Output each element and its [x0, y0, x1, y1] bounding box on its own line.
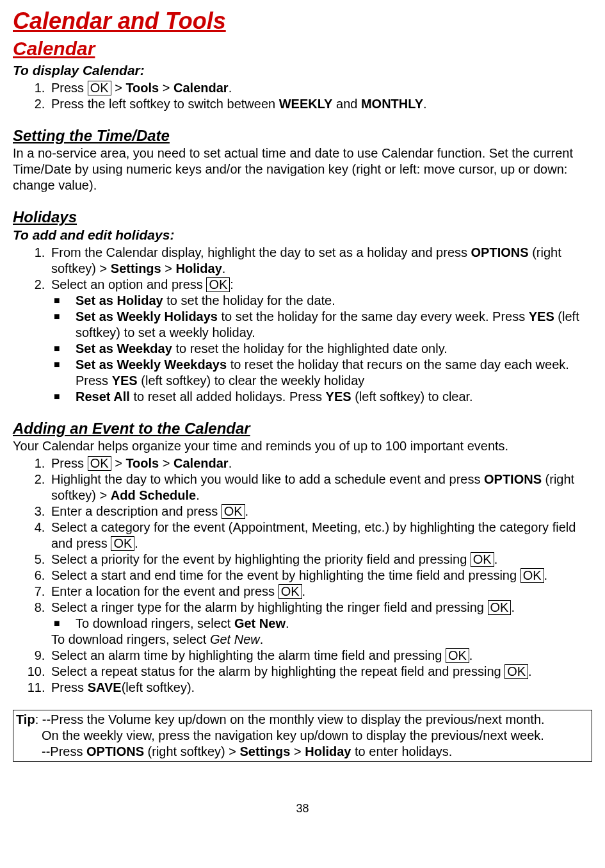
- bullet-list: To download ringers, select Get New.: [51, 616, 592, 632]
- text: Select a start and end time for the even…: [51, 568, 520, 582]
- bold-text: Set as Weekly Weekdays: [76, 357, 227, 372]
- bullet-list: Set as Holiday to set the holiday for th…: [51, 293, 592, 405]
- text: to reset the holiday for the highlighted…: [172, 341, 448, 356]
- ok-key: OK: [222, 504, 245, 519]
- subheading: To display Calendar:: [13, 62, 592, 79]
- bold-text: Holiday: [176, 261, 222, 275]
- list-item: Press SAVE(left softkey).: [49, 680, 592, 696]
- text: Enter a location for the event and press: [51, 584, 278, 598]
- list-item: Select an option and press OK: Set as Ho…: [49, 277, 592, 405]
- bold-text: Set as Weekday: [76, 341, 172, 356]
- section-heading-add-event: Adding an Event to the Calendar: [13, 419, 592, 438]
- tip-box: Tip: --Press the Volume key up/down on t…: [13, 710, 592, 762]
- text: .: [260, 632, 264, 646]
- text: Select a repeat status for the alarm by …: [51, 664, 504, 678]
- bold-text: Settings: [240, 744, 291, 758]
- text: .: [196, 488, 200, 502]
- bold-text: Set as Holiday: [76, 293, 163, 307]
- text: :: [230, 277, 234, 291]
- list-item: Reset All to reset all added holidays. P…: [76, 389, 592, 405]
- text: Press: [51, 81, 88, 95]
- list-item: Select a category for the event (Appoint…: [49, 520, 592, 552]
- text: Press the left softkey to switch between: [51, 97, 279, 111]
- list-item: Select an alarm time by highlighting the…: [49, 648, 592, 664]
- text: .: [494, 552, 498, 566]
- text: .: [229, 81, 232, 95]
- text: On the weekly view, press the navigation…: [16, 728, 589, 744]
- text: (left softkey) to clear.: [351, 389, 473, 404]
- text: .: [302, 584, 306, 598]
- text: Select a ringer type for the alarm by hi…: [51, 600, 488, 614]
- ok-key: OK: [446, 648, 469, 663]
- ordered-list: Press OK > Tools > Calendar. Highlight t…: [13, 455, 592, 696]
- text: .: [511, 600, 515, 614]
- list-item: Press OK > Tools > Calendar.: [49, 455, 592, 471]
- text: Enter a description and press: [51, 504, 222, 518]
- text: (left softkey).: [122, 680, 195, 694]
- ok-key: OK: [488, 600, 512, 615]
- ok-key: OK: [111, 536, 134, 551]
- bold-text: YES: [112, 373, 138, 388]
- ordered-list: From the Calendar display, highlight the…: [13, 245, 592, 405]
- bold-text: YES: [529, 309, 554, 323]
- list-item: Select a priority for the event by highl…: [49, 552, 592, 568]
- list-item: Set as Weekly Holidays to set the holida…: [76, 309, 592, 341]
- text: >: [290, 744, 305, 758]
- text: .: [245, 504, 249, 518]
- bold-text: Calendar: [173, 456, 229, 470]
- text: Press: [51, 456, 88, 470]
- bold-text: WEEKLY: [279, 97, 333, 111]
- paragraph: In a no-service area, you need to set ac…: [13, 145, 592, 193]
- bold-text: MONTHLY: [361, 97, 423, 111]
- text: To download ringers, select: [51, 632, 210, 646]
- list-item: From the Calendar display, highlight the…: [49, 245, 592, 277]
- text-line: To download ringers, select Get New.: [51, 632, 592, 648]
- text: (right softkey) >: [144, 744, 240, 758]
- list-item: Set as Weekly Weekdays to reset the holi…: [76, 357, 592, 389]
- ok-key: OK: [278, 584, 302, 599]
- text: (left softkey) to clear the weekly holid…: [138, 373, 365, 388]
- bold-text: Calendar: [173, 81, 229, 95]
- text: To download ringers, select: [76, 616, 234, 630]
- italic-text: Get New: [210, 632, 260, 646]
- list-item: To download ringers, select Get New.: [76, 616, 592, 632]
- ok-key: OK: [471, 552, 494, 567]
- text: From the Calendar display, highlight the…: [51, 245, 471, 259]
- text: .: [469, 648, 473, 662]
- list-item: Set as Holiday to set the holiday for th…: [76, 293, 592, 309]
- text: --Press: [42, 744, 86, 758]
- text: >: [159, 456, 173, 470]
- ok-key: OK: [504, 664, 528, 679]
- text: .: [222, 261, 226, 275]
- bold-text: YES: [326, 389, 351, 404]
- bold-text: OPTIONS: [86, 744, 144, 758]
- bold-text: Add Schedule: [111, 488, 196, 502]
- section-heading-timedate: Setting the Time/Date: [13, 126, 592, 145]
- bold-text: Tools: [125, 456, 159, 470]
- ordered-list: Press OK > Tools > Calendar. Press the l…: [13, 80, 592, 112]
- bold-text: Set as Weekly Holidays: [76, 309, 218, 323]
- page-title: Calendar and Tools: [13, 6, 592, 35]
- list-item: Select a ringer type for the alarm by hi…: [49, 600, 592, 648]
- bold-text: SAVE: [88, 680, 122, 694]
- text: to enter holidays.: [351, 744, 452, 758]
- list-item: Select a start and end time for the even…: [49, 568, 592, 584]
- text: >: [159, 81, 173, 95]
- text: >: [111, 81, 126, 95]
- section-heading-holidays: Holidays: [13, 208, 592, 227]
- text: .: [134, 536, 138, 550]
- bold-text: Settings: [111, 261, 161, 275]
- text: .: [423, 97, 427, 111]
- bold-text: Reset All: [76, 389, 130, 404]
- text: Press: [51, 680, 88, 694]
- bold-text: Holiday: [305, 744, 351, 758]
- ok-key: OK: [520, 568, 544, 583]
- text: to set the holiday for the date.: [163, 293, 335, 307]
- ok-key: OK: [206, 277, 230, 292]
- text: : --Press the Volume key up/down on the …: [35, 712, 545, 726]
- text: and: [332, 97, 360, 111]
- text: to set the holiday for the same day ever…: [218, 309, 529, 323]
- bold-text: OPTIONS: [484, 472, 542, 486]
- list-item: Select a repeat status for the alarm by …: [49, 664, 592, 680]
- section-heading-calendar: Calendar: [13, 37, 592, 61]
